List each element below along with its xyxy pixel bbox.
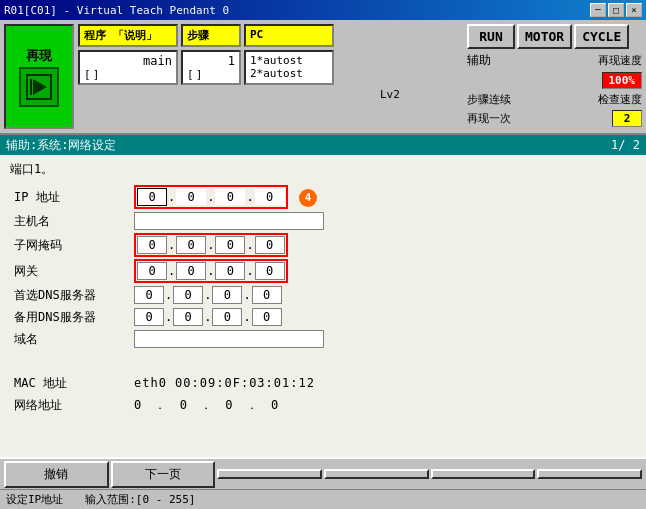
pc-value1: 1*autost	[250, 54, 328, 67]
ip-octet-1[interactable]	[137, 188, 167, 206]
hostname-label: 主机名	[10, 210, 130, 232]
aux-label: 辅助	[467, 52, 491, 69]
toolbar-btn-5[interactable]	[431, 469, 536, 479]
pc-header-box: PC	[244, 24, 334, 47]
program-value: main	[84, 54, 172, 68]
hostname-row: 主机名	[10, 210, 636, 232]
status-header: 辅助:系统:网络设定 1/ 2	[0, 135, 646, 155]
program-value-box: main [ ]	[78, 50, 178, 85]
cancel-button[interactable]: 撤销	[4, 461, 109, 488]
run-button[interactable]: RUN	[467, 24, 515, 49]
dns1-row: 首选DNS服务器 . . .	[10, 284, 636, 306]
dns1-octet-2[interactable]	[173, 286, 203, 304]
domain-input[interactable]	[134, 330, 324, 348]
title-text: R01[C01] - Virtual Teach Pendant 0	[4, 4, 229, 17]
badge-4: 4	[299, 189, 317, 207]
check-speed-label: 检查速度	[598, 92, 642, 107]
check-speed-value: 2	[612, 110, 642, 127]
cycle-button[interactable]: CYCLE	[574, 24, 629, 49]
subnet-octet-1[interactable]	[137, 236, 167, 254]
step-value: 1	[187, 54, 235, 68]
saigen-button[interactable]: 再現	[4, 24, 74, 129]
ip-octet-4[interactable]	[255, 189, 285, 205]
maximize-button[interactable]: □	[608, 3, 624, 17]
top-panel: 再現 程序 「说明」 步骤 PC	[0, 20, 646, 135]
main-area: 辅助:系统:网络设定 1/ 2 端口1。 IP 地址 . . .	[0, 135, 646, 509]
lv-label: Lv2	[377, 88, 403, 101]
step-value-box: 1 [ ]	[181, 50, 241, 85]
dns1-input-group: . . .	[134, 286, 632, 304]
gateway-octet-3[interactable]	[215, 262, 245, 280]
hostname-input[interactable]	[134, 212, 324, 230]
close-button[interactable]: ×	[626, 3, 642, 17]
bottom-toolbar: 撤销 下一页	[0, 457, 646, 489]
toolbar-btn-3[interactable]	[217, 469, 322, 479]
domain-label: 域名	[10, 328, 130, 350]
domain-row: 域名	[10, 328, 636, 350]
dns2-octet-4[interactable]	[252, 308, 282, 326]
svg-marker-1	[33, 79, 47, 95]
subnet-octet-3[interactable]	[215, 236, 245, 254]
program-header-box: 程序 「说明」	[78, 24, 178, 47]
step-header-box: 步骤	[181, 24, 241, 47]
dns2-input-group: . . .	[134, 308, 632, 326]
gateway-octet-2[interactable]	[176, 262, 206, 280]
dns2-octet-1[interactable]	[134, 308, 164, 326]
gateway-label: 网关	[10, 258, 130, 284]
main-buttons-row: RUN MOTOR CYCLE	[467, 24, 642, 49]
gateway-row: 网关 . . .	[10, 258, 636, 284]
program-header: 程序 「说明」	[84, 28, 172, 43]
dns1-octet-4[interactable]	[252, 286, 282, 304]
gateway-input-group: . . .	[137, 262, 285, 280]
pc-value-box: 1*autost 2*autost	[244, 50, 334, 85]
dns2-octet-2[interactable]	[173, 308, 203, 326]
form-table: IP 地址 . . . 4	[10, 184, 636, 416]
dns2-row: 备用DNS服务器 . . .	[10, 306, 636, 328]
saigen-icon	[19, 67, 59, 107]
spacer-row	[10, 350, 636, 372]
step-once-label: 再现一次	[467, 111, 511, 126]
motor-button[interactable]: MOTOR	[517, 24, 572, 49]
step-cont-label: 步骤连续	[467, 92, 511, 107]
minimize-button[interactable]: ─	[590, 3, 606, 17]
title-controls: ─ □ ×	[590, 3, 642, 17]
title-bar: R01[C01] - Virtual Teach Pendant 0 ─ □ ×	[0, 0, 646, 20]
right-panel: RUN MOTOR CYCLE 辅助 再现速度 100% 步骤连续 检查速度 再…	[467, 24, 642, 129]
dns1-octet-1[interactable]	[134, 286, 164, 304]
ip-label: IP 地址	[10, 184, 130, 210]
subnet-input-group: . . .	[137, 236, 285, 254]
ip-octet-3[interactable]	[215, 189, 245, 205]
subnet-label: 子网掩码	[10, 232, 130, 258]
speed-value: 100%	[602, 72, 643, 89]
net-row: 网络地址 0 ． 0 ． 0 ． 0	[10, 394, 636, 416]
gateway-octet-4[interactable]	[255, 262, 285, 280]
pc-value2: 2*autost	[250, 67, 328, 80]
status-bar: 设定IP地址 输入范围:[0 - 255]	[0, 489, 646, 509]
status-page: 1/ 2	[611, 138, 640, 152]
port-label: 端口1。	[10, 161, 636, 178]
gateway-octet-1[interactable]	[137, 262, 167, 280]
dns1-octet-3[interactable]	[212, 286, 242, 304]
ip-row: IP 地址 . . . 4	[10, 184, 636, 210]
next-page-button[interactable]: 下一页	[111, 461, 216, 488]
mac-value: eth0 00:09:0F:03:01:12	[130, 372, 636, 394]
step-header: 步骤	[187, 28, 235, 43]
ip-input-group: . . .	[137, 188, 285, 206]
speed-label: 再现速度	[598, 53, 642, 68]
header-row: 程序 「说明」 步骤 PC	[78, 24, 463, 47]
main-content: 端口1。 IP 地址 . . .	[0, 155, 646, 457]
subnet-octet-2[interactable]	[176, 236, 206, 254]
aux-row: 辅助 再现速度	[467, 52, 642, 69]
subnet-octet-4[interactable]	[255, 236, 285, 254]
toolbar-btn-4[interactable]	[324, 469, 429, 479]
saigen-label: 再現	[26, 47, 52, 65]
step-options-row: 步骤连续 检查速度	[467, 92, 642, 107]
pc-header: PC	[250, 28, 328, 41]
dns1-label: 首选DNS服务器	[10, 284, 130, 306]
toolbar-btn-6[interactable]	[537, 469, 642, 479]
step-once-row: 再现一次 2	[467, 110, 642, 127]
dns2-octet-3[interactable]	[212, 308, 242, 326]
status-title: 辅助:系统:网络设定	[6, 137, 116, 154]
subnet-row: 子网掩码 . . .	[10, 232, 636, 258]
ip-octet-2[interactable]	[176, 189, 206, 205]
